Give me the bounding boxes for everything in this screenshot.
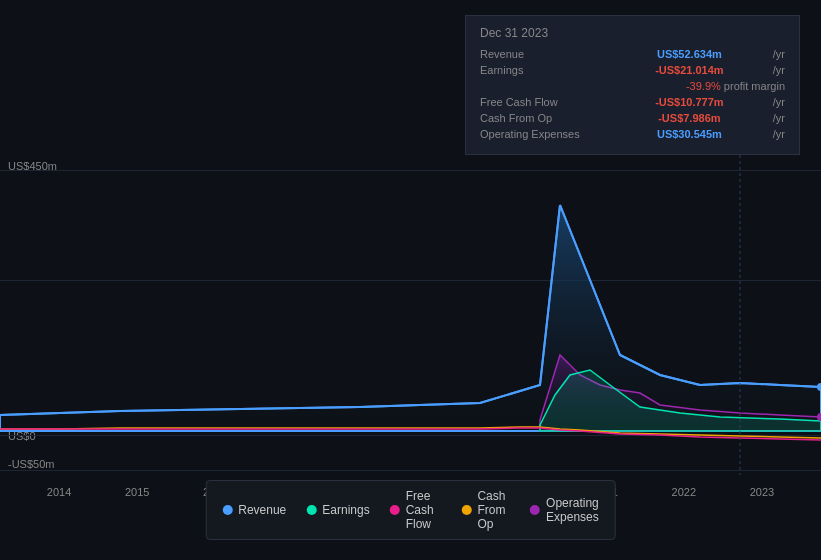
legend-item-revenue[interactable]: Revenue	[222, 503, 286, 517]
tooltip-label-revenue: Revenue	[480, 48, 610, 60]
legend-label-opex: Operating Expenses	[546, 496, 599, 524]
tooltip-unit-fcf: /yr	[773, 96, 785, 108]
tooltip-row-opex: Operating Expenses US$30.545m /yr	[480, 128, 785, 140]
legend-label-fcf: Free Cash Flow	[406, 489, 442, 531]
legend: Revenue Earnings Free Cash Flow Cash Fro…	[205, 480, 616, 540]
tooltip-date: Dec 31 2023	[480, 26, 785, 40]
tooltip-unit-cfo: /yr	[773, 112, 785, 124]
x-label-2022: 2022	[672, 486, 696, 498]
x-label-2015: 2015	[125, 486, 149, 498]
tooltip-label-cfo: Cash From Op	[480, 112, 610, 124]
legend-item-earnings[interactable]: Earnings	[306, 503, 369, 517]
legend-label-earnings: Earnings	[322, 503, 369, 517]
legend-label-revenue: Revenue	[238, 503, 286, 517]
tooltip-value-opex: US$30.545m	[657, 128, 722, 140]
legend-dot-earnings	[306, 505, 316, 515]
legend-item-opex[interactable]: Operating Expenses	[530, 496, 599, 524]
tooltip-row-cfo: Cash From Op -US$7.986m /yr	[480, 112, 785, 124]
tooltip-unit-earnings: /yr	[773, 64, 785, 76]
legend-item-fcf[interactable]: Free Cash Flow	[390, 489, 442, 531]
tooltip-sub-margin: -39.9% profit margin	[686, 80, 785, 92]
tooltip-box: Dec 31 2023 Revenue US$52.634m /yr Earni…	[465, 15, 800, 155]
x-label-2014: 2014	[47, 486, 71, 498]
chart-svg	[0, 155, 821, 475]
tooltip-unit-revenue: /yr	[773, 48, 785, 60]
tooltip-label-earnings: Earnings	[480, 64, 610, 76]
tooltip-value-cfo: -US$7.986m	[658, 112, 720, 124]
tooltip-unit-opex: /yr	[773, 128, 785, 140]
tooltip-value-fcf: -US$10.777m	[655, 96, 724, 108]
legend-item-cfo[interactable]: Cash From Op	[461, 489, 510, 531]
x-label-2023: 2023	[750, 486, 774, 498]
tooltip-label-opex: Operating Expenses	[480, 128, 610, 140]
tooltip-value-earnings: -US$21.014m	[655, 64, 724, 76]
tooltip-row-earnings-sub: -39.9% profit margin	[480, 80, 785, 92]
tooltip-row-revenue: Revenue US$52.634m /yr	[480, 48, 785, 60]
legend-dot-revenue	[222, 505, 232, 515]
legend-dot-opex	[530, 505, 540, 515]
tooltip-label-fcf: Free Cash Flow	[480, 96, 610, 108]
legend-dot-fcf	[390, 505, 400, 515]
tooltip-row-earnings: Earnings -US$21.014m /yr	[480, 64, 785, 76]
tooltip-row-fcf: Free Cash Flow -US$10.777m /yr	[480, 96, 785, 108]
tooltip-value-revenue: US$52.634m	[657, 48, 722, 60]
legend-dot-cfo	[461, 505, 471, 515]
chart-container: Dec 31 2023 Revenue US$52.634m /yr Earni…	[0, 0, 821, 560]
legend-label-cfo: Cash From Op	[477, 489, 510, 531]
